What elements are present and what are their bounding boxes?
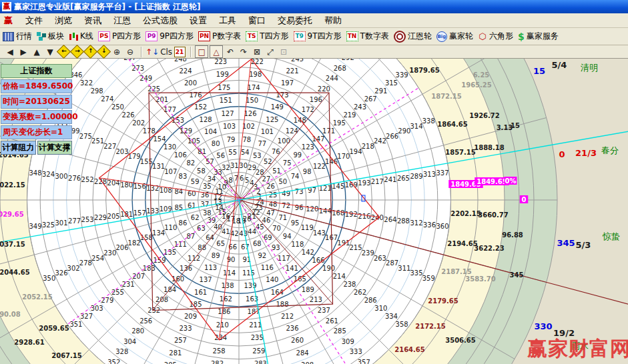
wheel-number: 137 xyxy=(200,276,212,283)
tool-9T四方形[interactable]: T99T四方形 xyxy=(294,31,342,42)
rotate-ccw-button[interactable]: ↶ xyxy=(224,46,236,57)
wheel-number: 117 xyxy=(278,255,290,262)
wheel-number: 112 xyxy=(188,255,200,262)
wheel-number: 359 xyxy=(422,275,435,282)
gann-wheel-canvas[interactable]: 1234567891011121314151617181920212223242… xyxy=(0,59,628,364)
pan-up-button[interactable]: ↑ xyxy=(84,46,96,57)
highlight-price-label: 0 xyxy=(522,196,527,203)
wheel-number: 276 xyxy=(68,175,81,182)
wheel-number: 339 xyxy=(396,71,408,79)
triangle-tool-button[interactable]: △ xyxy=(210,45,223,58)
degree-label: 345 xyxy=(557,238,575,248)
menu-item-7[interactable]: 窗口 xyxy=(242,13,272,28)
menu-item-3[interactable]: 江恩 xyxy=(107,13,137,28)
square-tool-button[interactable]: □ xyxy=(195,45,208,58)
wheel-number: 87 xyxy=(186,233,195,240)
pan-down-button[interactable]: ↓ xyxy=(97,46,109,57)
tool-行情[interactable]: 行情 xyxy=(3,31,32,42)
wheel-number: 279 xyxy=(101,297,113,304)
tool-9P四方形[interactable]: P99P四方形 xyxy=(145,31,194,42)
wheel-number: 333 xyxy=(350,348,362,355)
menu-item-8[interactable]: 交易委托 xyxy=(272,13,318,28)
wheel-number: 288 xyxy=(397,217,410,225)
highlight-price-label: 0% xyxy=(505,177,517,185)
nav-right-button[interactable]: ▶ xyxy=(17,46,29,57)
pan-right-button[interactable]: → xyxy=(71,46,83,57)
wheel-number: 38 xyxy=(203,209,212,217)
price-label: 2172.15 xyxy=(415,323,446,330)
app-icon: 赢 xyxy=(2,2,11,11)
dollar-icon: $ xyxy=(518,31,525,42)
tool-P四方形[interactable]: PSP四方形 xyxy=(98,31,141,42)
tool-江恩轮[interactable]: 江恩轮 xyxy=(394,31,432,43)
wheel-number: 183 xyxy=(143,265,155,272)
wheel-number: 35 xyxy=(203,183,212,190)
wheel-number: 260 xyxy=(291,337,304,344)
wheel-number: 244 xyxy=(326,75,338,82)
info-panel: 上证指数 价格=1849.6500时间=20130625变换系数=1.00000… xyxy=(1,64,72,155)
rotate-cw-button[interactable]: ↷ xyxy=(238,46,250,57)
drawing-toolbar: ◀▶▲▼←→↑↓⊕⊖↑↓Cls21□△↶↷⊠⤢⊡ xyxy=(0,45,628,59)
wheel-number: 122 xyxy=(313,163,326,170)
wheel-number: 126 xyxy=(244,110,256,117)
menu-item-0[interactable]: 文件 xyxy=(19,13,49,28)
wheel-number: 258 xyxy=(213,347,226,355)
expand-tool-button[interactable]: ⊠ xyxy=(251,46,263,57)
price-label: 2022.15 xyxy=(0,181,25,189)
calc-resistance-button[interactable]: 计算阻力 xyxy=(1,141,36,155)
tool-板块[interactable]: 板块 xyxy=(37,31,64,42)
calc-support-button[interactable]: 计算支撑 xyxy=(37,141,73,155)
menu-item-9[interactable]: 帮助 xyxy=(318,13,348,28)
resize-tool-button[interactable]: ⤢ xyxy=(264,46,276,57)
menu-item-2[interactable]: 资讯 xyxy=(78,13,107,28)
wheel-number: 141 xyxy=(286,265,298,272)
cls-button[interactable]: Cls xyxy=(160,46,172,57)
gann-wheel-chart[interactable]: 1234567891011121314151617181920212223242… xyxy=(0,59,628,364)
wheel-number: 285 xyxy=(334,327,346,335)
wheel-number: 138 xyxy=(221,282,234,289)
tool-赢家轮[interactable]: Big赢家轮 xyxy=(436,31,473,42)
wheel-number: 98 xyxy=(303,168,312,175)
wheel-number: 182 xyxy=(128,239,141,247)
menu-item-4[interactable]: 公式选股 xyxy=(137,13,184,28)
wheel-number: 217 xyxy=(371,178,384,185)
sort-updown-button[interactable]: ↑↓ xyxy=(145,46,159,57)
wheel-number: 191 xyxy=(337,239,350,247)
pan-left-button[interactable]: ← xyxy=(57,46,69,57)
wheel-number: 27 xyxy=(262,175,271,183)
wheel-number: 46 xyxy=(262,217,271,224)
tool-K线[interactable]: K线 xyxy=(69,31,93,42)
menu-item-1[interactable]: 浏览 xyxy=(49,13,78,28)
menu-item-6[interactable]: 工具 xyxy=(213,13,242,28)
zoom-in-button[interactable]: ⊕ xyxy=(111,46,123,57)
nav-up-button[interactable]: ▲ xyxy=(31,46,43,57)
wheel-number: 145 xyxy=(332,183,344,190)
badge: PS xyxy=(98,31,110,41)
wheel-number: 89 xyxy=(212,252,220,259)
nav-down-button[interactable]: ▼ xyxy=(44,46,56,57)
application-window: 赢 赢家江恩专业版[赢家服务平台] - [上证指数 江恩轮] 赢 文件浏览资讯江… xyxy=(0,0,628,364)
tool-label: 9P四方形 xyxy=(160,31,194,42)
wheel-number: 360 xyxy=(436,223,448,230)
wheel-number: 78 xyxy=(243,136,252,143)
wheel-number: 235 xyxy=(251,334,264,341)
wheel-number: 286 xyxy=(364,297,377,304)
zoom-out-button[interactable]: ⊖ xyxy=(124,46,136,57)
menu-item-5[interactable]: 设置 xyxy=(184,13,213,28)
wheel-number: 197 xyxy=(281,79,294,87)
wheel-number: 278 xyxy=(79,259,92,267)
tool-T数字表[interactable]: TNT数字表 xyxy=(346,31,389,42)
calendar-button[interactable]: 21 xyxy=(174,46,186,57)
tool-赢家服务[interactable]: $赢家服务 xyxy=(518,31,559,42)
wheel-number: 178 xyxy=(143,127,155,135)
tool-P数字表[interactable]: PNP数字表 xyxy=(198,31,241,42)
tool-六角形[interactable]: ⬡六角形 xyxy=(478,31,513,42)
nav-left-button[interactable]: ◀ xyxy=(4,46,16,57)
wheel-number: 193 xyxy=(358,179,370,187)
wheel-number: 188 xyxy=(276,301,288,308)
price-label: 1864.65 xyxy=(437,121,468,128)
presentation-button[interactable]: ⊡ xyxy=(278,46,290,57)
wheel-number: 253 xyxy=(81,216,94,223)
tool-T四方形[interactable]: TST四方形 xyxy=(246,31,288,42)
blocks-icon xyxy=(37,32,46,41)
